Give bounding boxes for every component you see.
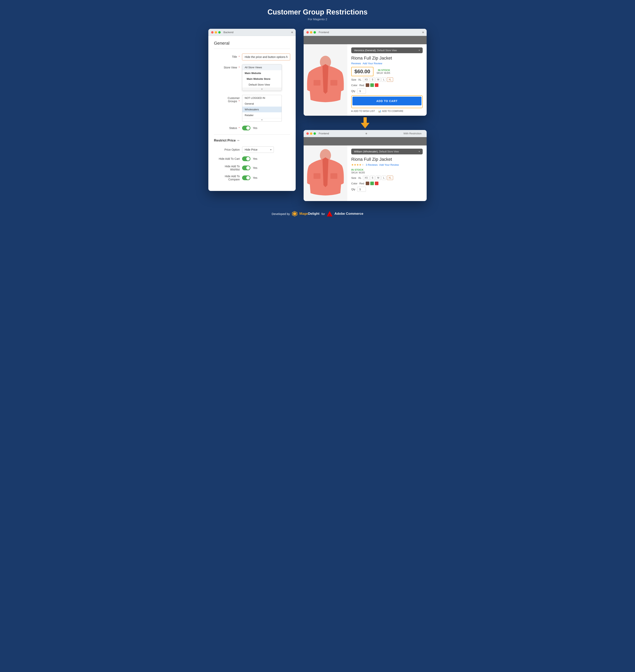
footer-delight: Delight <box>308 212 320 216</box>
hide-add-to-cart-yes: Yes <box>253 157 257 160</box>
product-hero-banner <box>304 36 426 44</box>
backend-titlebar: Backend <box>209 29 296 36</box>
frontend-before-titlebar: Frontend <box>304 29 426 36</box>
customer-groups-row: CustomerGroups * NOT LOGGED IN General W… <box>214 95 290 122</box>
swatch-brown-before[interactable] <box>366 83 369 87</box>
backend-section-title: General <box>214 41 290 49</box>
fe-before-close-btn[interactable] <box>306 31 309 34</box>
frontend-after-window: Frontend With Restriction <box>304 130 426 201</box>
price-option-select[interactable]: Hide Price <box>242 147 274 153</box>
store-view-default[interactable]: Default Store View <box>242 82 282 88</box>
hide-add-to-wishlist-toggle[interactable] <box>242 166 250 170</box>
size-row-after: Size XL XS S M L XL <box>351 176 423 180</box>
price-badge-before: $60.00 <box>351 67 373 76</box>
user-bar-after-info: William (Wholesaler), Default Store View <box>354 150 399 153</box>
group-retailer[interactable]: Retailer <box>242 112 282 118</box>
color-row-after: Color Red <box>351 181 423 185</box>
minimize-btn[interactable] <box>215 31 217 34</box>
page-title: Customer Group Restrictions <box>267 8 368 16</box>
size-xs-after[interactable]: XS <box>363 176 369 180</box>
swatch-green-after[interactable] <box>370 181 374 185</box>
store-view-label: Store View * <box>214 64 240 69</box>
size-xl-before[interactable]: XL <box>387 78 393 82</box>
reviews-row-before: Reviews Add Your Review <box>351 62 423 65</box>
color-row-before: Color Red <box>351 83 423 87</box>
restrict-price-title: Restrict Price <box>214 138 236 143</box>
qty-input-before[interactable] <box>357 88 366 93</box>
group-wholesalers[interactable]: Wholesalers <box>242 107 282 112</box>
add-to-cart-highlighted: ADD TO CART <box>351 95 423 108</box>
swatch-red-before[interactable] <box>375 83 378 87</box>
edit-icon[interactable]: ✏ <box>237 139 240 142</box>
reviews-count-after[interactable]: 3 Reviews <box>366 163 378 166</box>
price-option-row: Price Option Hide Price <box>214 147 290 153</box>
fe-before-minimize-btn[interactable] <box>310 31 312 34</box>
hide-add-to-compare-label: Hide Add ToCompare <box>214 175 240 181</box>
fe-after-maximize-btn[interactable] <box>313 132 316 135</box>
store-view-main-website[interactable]: Main Website <box>242 70 282 76</box>
size-m-after[interactable]: M <box>376 176 381 180</box>
stock-info-before: IN STOCK SKU#: WJ05 <box>377 69 390 74</box>
qty-row-before: Qty <box>351 88 423 93</box>
title-input[interactable] <box>242 53 290 60</box>
customer-groups-control: NOT LOGGED IN General Wholesalers Retail… <box>242 95 290 122</box>
size-s-before[interactable]: S <box>370 78 375 82</box>
maximize-btn[interactable] <box>218 31 221 34</box>
group-not-logged-in[interactable]: NOT LOGGED IN <box>242 95 282 101</box>
frontend-before-label: Frontend <box>319 31 329 34</box>
store-view-dropdown[interactable]: All Store Views Main Website Main Websit… <box>242 64 282 91</box>
size-m-before[interactable]: M <box>376 78 381 82</box>
customer-groups-select[interactable]: NOT LOGGED IN General Wholesalers Retail… <box>242 95 282 122</box>
store-view-main-website-store[interactable]: Main Website Store <box>242 76 282 82</box>
frontend-before-window: Frontend <box>304 29 426 116</box>
close-btn[interactable] <box>211 31 214 34</box>
user-bar-before-chevron[interactable]: ▾ <box>419 49 420 51</box>
add-review-after[interactable]: Add Your Review <box>379 163 399 166</box>
size-options-before: XS S M L XL <box>363 78 393 82</box>
backend-title-label: Backend <box>223 31 234 34</box>
size-l-after[interactable]: L <box>381 176 386 180</box>
store-view-all[interactable]: All Store Views <box>242 65 282 70</box>
fe-after-close-btn[interactable] <box>306 132 309 135</box>
status-toggle[interactable] <box>242 126 250 130</box>
hide-add-to-wishlist-yes: Yes <box>253 166 257 170</box>
size-s-after[interactable]: S <box>370 176 375 180</box>
hide-add-to-cart-toggle[interactable] <box>242 156 250 161</box>
swatch-red-after[interactable] <box>375 181 378 185</box>
add-to-cart-btn-before[interactable]: ADD TO CART <box>352 96 421 105</box>
swatch-brown-after[interactable] <box>366 181 369 185</box>
qty-input-after[interactable] <box>357 187 366 192</box>
hide-add-to-wishlist-row: Hide Add ToWishlist Yes <box>214 165 290 171</box>
user-bar-before-name: Veronica (General), Default Store View <box>354 49 397 52</box>
reviews-link-before[interactable]: Reviews <box>351 62 361 65</box>
price-option-select-wrapper: Hide Price <box>242 147 274 153</box>
svg-rect-6 <box>330 173 337 179</box>
swatch-green-before[interactable] <box>370 83 374 87</box>
svg-marker-8 <box>293 212 296 215</box>
hide-add-to-compare-toggle[interactable] <box>242 175 250 180</box>
product-name-after: Riona Full Zip Jacket <box>351 157 423 162</box>
hide-add-to-cart-label: Hide Add To Cart <box>214 157 240 160</box>
store-view-control: All Store Views Main Website Main Websit… <box>242 64 290 91</box>
secondary-actions-before: ♥ ADD TO WISH LIST 📊 ADD TO COMPARE <box>351 110 423 112</box>
compare-action-before[interactable]: 📊 ADD TO COMPARE <box>378 110 403 112</box>
user-bar-after-chevron[interactable]: ▾ <box>419 150 420 153</box>
product-image-after <box>304 146 347 201</box>
product-details-before: Veronica (General), Default Store View ▾… <box>347 44 426 116</box>
fe-after-minimize-btn[interactable] <box>310 132 312 135</box>
fe-before-maximize-btn[interactable] <box>313 31 316 34</box>
price-option-label: Price Option <box>214 148 240 151</box>
frontend-after-label: Frontend <box>319 132 329 135</box>
add-review-before[interactable]: Add Your Review <box>363 62 382 65</box>
hide-add-to-cart-row: Hide Add To Cart Yes <box>214 156 290 161</box>
bar-chart-icon: 📊 <box>378 110 381 112</box>
wishlist-action-before[interactable]: ♥ ADD TO WISH LIST <box>351 110 375 112</box>
group-general[interactable]: General <box>242 101 282 107</box>
size-xl-after[interactable]: XL <box>387 176 393 180</box>
size-l-before[interactable]: L <box>381 78 386 82</box>
footer-section: Developed by MageDelight for Adobe Comme… <box>272 211 363 217</box>
title-field-wrapper <box>242 53 290 60</box>
size-xs-before[interactable]: XS <box>363 78 369 82</box>
fe-before-dot <box>422 31 424 33</box>
svg-rect-2 <box>330 80 337 86</box>
